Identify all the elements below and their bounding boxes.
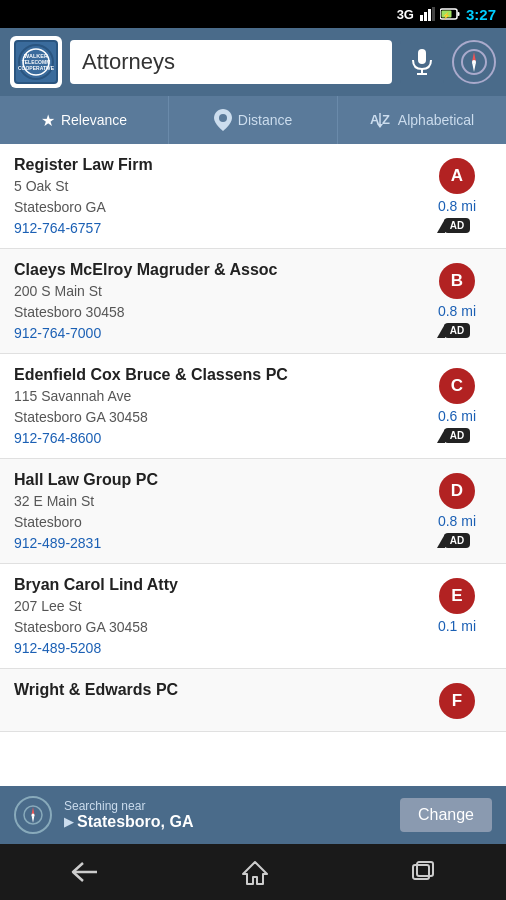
clock: 3:27 [466, 6, 496, 23]
listing-item[interactable]: Edenfield Cox Bruce & Classens PC 115 Sa… [0, 354, 506, 459]
ad-tag: AD [444, 218, 470, 233]
logo-box: WALKER TELECOMM COOPERATIVE [10, 36, 62, 88]
listing-info: Edenfield Cox Bruce & Classens PC 115 Sa… [14, 366, 422, 446]
ad-tag-wrap: AD [444, 218, 470, 233]
ad-tag: AD [444, 428, 470, 443]
location-bar: Searching near ▶ Statesboro, GA Change [0, 786, 506, 844]
listing-right: D 0.8 mi AD [422, 471, 492, 548]
mic-button[interactable] [400, 40, 444, 84]
recents-icon [411, 860, 435, 884]
location-arrow-icon: ▶ [64, 815, 73, 829]
listing-right: F [422, 681, 492, 719]
back-icon [71, 861, 99, 883]
distance-text: 0.6 mi [438, 408, 476, 424]
listing-info: Bryan Carol Lind Atty 207 Lee St Statesb… [14, 576, 422, 656]
compass-icon [460, 48, 488, 76]
listing-right: A 0.8 mi AD [422, 156, 492, 233]
svg-text:⚡: ⚡ [442, 11, 451, 20]
search-input[interactable] [70, 40, 392, 84]
tab-distance[interactable]: Distance [169, 96, 338, 144]
letter-badge: F [439, 683, 475, 719]
status-bar: 3G ⚡ 3:27 [0, 0, 506, 28]
location-text: Searching near ▶ Statesboro, GA [64, 799, 388, 831]
distance-text: 0.8 mi [438, 513, 476, 529]
listing-right: E 0.1 mi [422, 576, 492, 634]
ad-tag: AD [444, 533, 470, 548]
tab-relevance-label: Relevance [61, 112, 127, 128]
svg-marker-30 [243, 862, 267, 884]
listing-address: 115 Savannah Ave Statesboro GA 30458 [14, 386, 422, 428]
distance-text: 0.1 mi [438, 618, 476, 634]
listing-phone[interactable]: 912-489-2831 [14, 535, 422, 551]
tab-distance-label: Distance [238, 112, 292, 128]
listing-item[interactable]: Register Law Firm 5 Oak St Statesboro GA… [0, 144, 506, 249]
ad-tag-wrap: AD [444, 323, 470, 338]
listing-name: Edenfield Cox Bruce & Classens PC [14, 366, 422, 384]
mic-icon [411, 49, 433, 75]
listing-address: 200 S Main St Statesboro 30458 [14, 281, 422, 323]
svg-text:COOPERATIVE: COOPERATIVE [18, 65, 55, 71]
svg-rect-3 [432, 7, 435, 21]
distance-text: 0.8 mi [438, 198, 476, 214]
listing-phone[interactable]: 912-489-5208 [14, 640, 422, 656]
listing-phone[interactable]: 912-764-6757 [14, 220, 422, 236]
signal-indicator: 3G [397, 7, 414, 22]
svg-point-20 [219, 114, 227, 122]
listing-item[interactable]: Bryan Carol Lind Atty 207 Lee St Statesb… [0, 564, 506, 669]
listing-item[interactable]: Hall Law Group PC 32 E Main St Statesbor… [0, 459, 506, 564]
location-city: Statesboro, GA [77, 813, 193, 831]
distance-text: 0.8 mi [438, 303, 476, 319]
compass-button[interactable] [452, 40, 496, 84]
logo-icon: WALKER TELECOMM COOPERATIVE [14, 40, 58, 84]
search-header: WALKER TELECOMM COOPERATIVE [0, 28, 506, 96]
tab-alphabetical[interactable]: A Z Alphabetical [338, 96, 506, 144]
svg-rect-5 [457, 12, 459, 16]
compass-small-icon [22, 804, 44, 826]
svg-rect-1 [424, 12, 427, 21]
change-location-button[interactable]: Change [400, 798, 492, 832]
svg-rect-0 [420, 15, 423, 21]
listing-item[interactable]: Wright & Edwards PC F [0, 669, 506, 732]
status-icons: ⚡ [420, 7, 460, 21]
listing-info: Register Law Firm 5 Oak St Statesboro GA… [14, 156, 422, 236]
listing-info: Wright & Edwards PC [14, 681, 422, 701]
star-icon: ★ [41, 111, 55, 130]
back-button[interactable] [71, 861, 99, 883]
letter-badge: B [439, 263, 475, 299]
listing-address: 5 Oak St Statesboro GA [14, 176, 422, 218]
listing-right: B 0.8 mi AD [422, 261, 492, 338]
listing-name: Claeys McElroy Magruder & Assoc [14, 261, 422, 279]
tab-relevance[interactable]: ★ Relevance [0, 96, 169, 144]
ad-tag-wrap: AD [444, 428, 470, 443]
az-icon: A Z [370, 111, 392, 129]
letter-badge: C [439, 368, 475, 404]
ad-tag-wrap: AD [444, 533, 470, 548]
listing-address: 207 Lee St Statesboro GA 30458 [14, 596, 422, 638]
nav-bar [0, 844, 506, 900]
location-name: ▶ Statesboro, GA [64, 813, 388, 831]
listing-info: Hall Law Group PC 32 E Main St Statesbor… [14, 471, 422, 551]
svg-rect-13 [418, 49, 426, 64]
home-icon [241, 858, 269, 886]
tab-alphabetical-label: Alphabetical [398, 112, 474, 128]
letter-badge: A [439, 158, 475, 194]
letter-badge: D [439, 473, 475, 509]
svg-point-19 [472, 60, 476, 64]
listing-name: Register Law Firm [14, 156, 422, 174]
battery-icon: ⚡ [440, 7, 460, 21]
signal-icon [420, 7, 436, 21]
svg-rect-2 [428, 9, 431, 21]
sort-bar: ★ Relevance Distance A Z Alphabetical [0, 96, 506, 144]
listings-container: Register Law Firm 5 Oak St Statesboro GA… [0, 144, 506, 786]
listing-name: Hall Law Group PC [14, 471, 422, 489]
listing-phone[interactable]: 912-764-8600 [14, 430, 422, 446]
pin-icon [214, 109, 232, 131]
listing-item[interactable]: Claeys McElroy Magruder & Assoc 200 S Ma… [0, 249, 506, 354]
ad-tag: AD [444, 323, 470, 338]
svg-point-28 [32, 814, 35, 817]
letter-badge: E [439, 578, 475, 614]
home-button[interactable] [241, 858, 269, 886]
recents-button[interactable] [411, 860, 435, 884]
listing-phone[interactable]: 912-764-7000 [14, 325, 422, 341]
listing-address: 32 E Main St Statesboro [14, 491, 422, 533]
